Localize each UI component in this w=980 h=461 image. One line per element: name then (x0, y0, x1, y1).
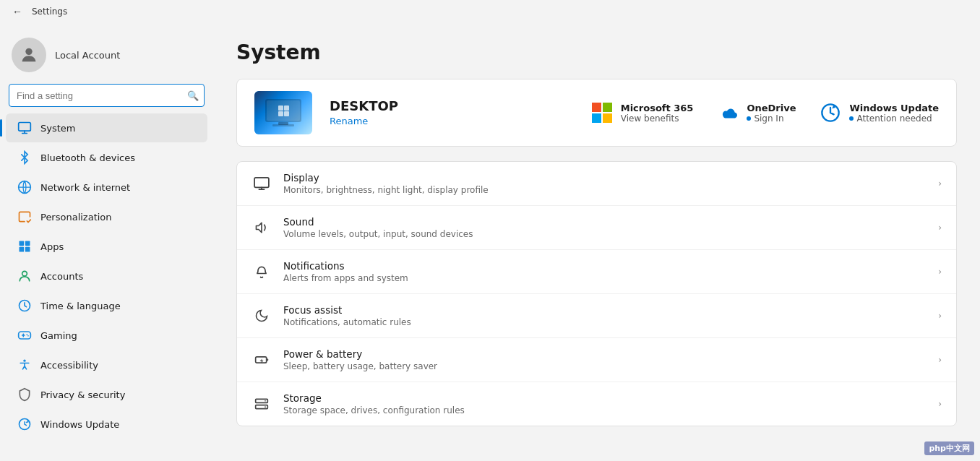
sound-icon (252, 217, 272, 238)
display-icon (252, 173, 272, 194)
svg-rect-13 (267, 100, 300, 121)
chevron-right-icon: › (938, 267, 942, 277)
sidebar-item-network[interactable]: Network & internet (6, 173, 207, 202)
onedrive-sub: Sign In (747, 113, 796, 124)
microsoft365-title: Microsoft 365 (621, 103, 694, 113)
onedrive-text: OneDrive Sign In (747, 103, 796, 124)
device-bar: DESKTOP Rename Micros (236, 79, 957, 147)
microsoft365-text: Microsoft 365 View benefits (621, 103, 694, 124)
device-thumbnail (254, 91, 312, 134)
setting-title-notifications: Notifications (283, 260, 927, 272)
setting-title-power-battery: Power & battery (283, 348, 927, 360)
quick-links: Microsoft 365 View benefits OneDrive (590, 101, 939, 124)
quick-link-microsoft365[interactable]: Microsoft 365 View benefits (590, 101, 694, 124)
titlebar: ← Settings (0, 0, 980, 23)
sidebar-item-accessibility[interactable]: Accessibility (6, 350, 207, 379)
svg-point-26 (265, 406, 266, 408)
svg-rect-23 (256, 399, 268, 402)
sidebar-item-label: Personalization (40, 212, 112, 223)
setting-row-storage[interactable]: Storage Storage space, drives, configura… (237, 382, 956, 426)
search-input[interactable] (9, 84, 205, 107)
time-icon (17, 298, 32, 313)
setting-row-focus-assist[interactable]: Focus assist Notifications, automatic ru… (237, 294, 956, 338)
sidebar-item-label: Bluetooth & devices (40, 152, 135, 163)
sidebar-item-privacy[interactable]: Privacy & security (6, 380, 207, 409)
sidebar-item-bluetooth[interactable]: Bluetooth & devices (6, 143, 207, 172)
profile-section: Local Account (0, 29, 213, 84)
setting-row-notifications[interactable]: Notifications Alerts from apps and syste… (237, 250, 956, 294)
personalization-icon (17, 210, 32, 224)
svg-point-25 (265, 400, 266, 402)
svg-point-0 (25, 48, 32, 55)
page-title: System (236, 40, 957, 64)
svg-rect-17 (284, 111, 289, 116)
php-watermark: php中文网 (924, 441, 974, 455)
sidebar: Local Account 🔍 System Bluetooth & devic… (0, 23, 213, 461)
chevron-right-icon: › (938, 355, 942, 365)
nav-list: System Bluetooth & devices Network & int… (0, 113, 213, 439)
sidebar-item-accounts[interactable]: Accounts (6, 262, 207, 290)
windows-update-sub: Attention needed (849, 113, 939, 124)
setting-desc-focus-assist: Notifications, automatic rules (283, 317, 927, 327)
sidebar-item-apps[interactable]: Apps (6, 232, 207, 261)
chevron-right-icon: › (938, 223, 942, 233)
svg-rect-21 (254, 178, 269, 188)
sidebar-item-personalization[interactable]: Personalization (6, 202, 207, 231)
app-title: Settings (32, 7, 67, 17)
sidebar-item-label: Accounts (40, 271, 83, 282)
focus-assist-icon (252, 306, 272, 326)
chevron-right-icon: › (938, 311, 942, 321)
system-icon (17, 121, 32, 135)
setting-row-sound[interactable]: Sound Volume levels, output, input, soun… (237, 206, 956, 250)
svg-rect-22 (256, 357, 267, 363)
sidebar-item-label: Time & language (40, 301, 121, 311)
svg-point-10 (23, 360, 25, 362)
avatar (12, 38, 46, 72)
chevron-right-icon: › (938, 399, 942, 409)
setting-row-power-battery[interactable]: Power & battery Sleep, battery usage, ba… (237, 338, 956, 382)
quick-link-onedrive[interactable]: OneDrive Sign In (716, 101, 796, 124)
device-info: DESKTOP Rename (330, 98, 573, 127)
svg-rect-4 (25, 241, 30, 246)
content-area: System (213, 23, 980, 461)
search-icon: 🔍 (187, 90, 199, 101)
sidebar-item-gaming[interactable]: Gaming (6, 321, 207, 350)
svg-rect-5 (20, 247, 25, 252)
svg-rect-15 (284, 105, 289, 111)
rename-link[interactable]: Rename (330, 116, 368, 126)
windows-update-icon (819, 101, 842, 124)
update-icon (17, 417, 32, 431)
setting-row-display[interactable]: Display Monitors, brightness, night ligh… (237, 162, 956, 206)
notifications-icon (252, 262, 272, 282)
storage-icon (252, 394, 272, 414)
windows-update-title: Windows Update (849, 103, 939, 113)
setting-title-storage: Storage (283, 392, 927, 404)
onedrive-title: OneDrive (747, 103, 796, 113)
setting-desc-sound: Volume levels, output, input, sound devi… (283, 229, 927, 239)
accounts-icon (17, 269, 32, 283)
sidebar-item-system[interactable]: System (6, 113, 207, 142)
network-icon (17, 180, 32, 194)
setting-title-display: Display (283, 172, 927, 184)
svg-rect-6 (25, 247, 30, 252)
device-name: DESKTOP (330, 98, 573, 113)
svg-rect-19 (272, 124, 294, 126)
sidebar-item-label: Network & internet (40, 182, 130, 193)
sidebar-item-label: Apps (40, 241, 64, 252)
sidebar-item-label: Accessibility (40, 360, 98, 371)
setting-desc-display: Monitors, brightness, night light, displ… (283, 185, 927, 195)
sidebar-item-update[interactable]: Windows Update (6, 410, 207, 439)
microsoft365-sub: View benefits (621, 113, 694, 124)
search-box: 🔍 (9, 84, 205, 107)
sidebar-item-time[interactable]: Time & language (6, 291, 207, 320)
sidebar-item-label: Windows Update (40, 419, 119, 430)
setting-desc-notifications: Alerts from apps and system (283, 273, 927, 283)
sidebar-item-label: Privacy & security (40, 389, 125, 400)
microsoft365-icon (590, 101, 614, 124)
setting-title-focus-assist: Focus assist (283, 304, 927, 316)
back-button[interactable]: ← (9, 3, 26, 20)
gaming-icon (17, 328, 32, 342)
quick-link-windows-update[interactable]: Windows Update Attention needed (819, 101, 939, 124)
settings-list: Display Monitors, brightness, night ligh… (236, 161, 957, 426)
svg-rect-1 (19, 123, 31, 132)
